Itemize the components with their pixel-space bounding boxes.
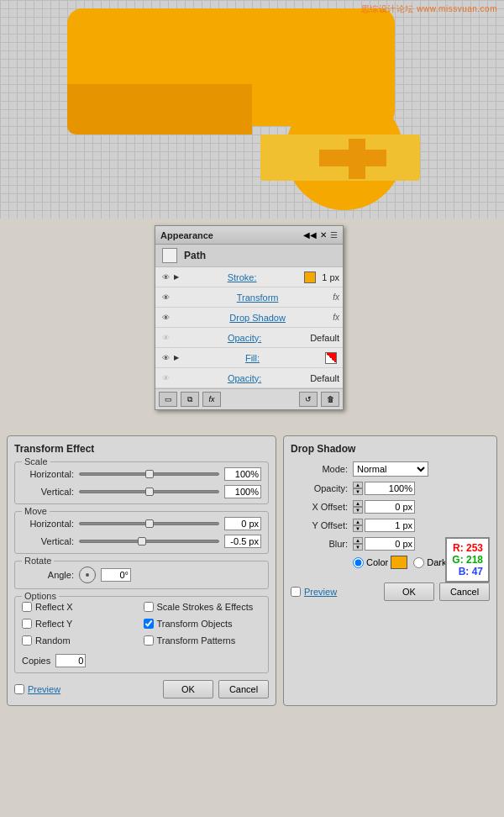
stroke-label: Stroke: bbox=[182, 272, 302, 282]
ds-xoffset-up[interactable]: ▲ bbox=[353, 500, 363, 507]
random-label: Random bbox=[35, 635, 71, 646]
reflect-y-row: Reflect Y bbox=[22, 619, 140, 629]
random-checkbox[interactable] bbox=[22, 635, 32, 646]
scale-section: Scale Horizontal: Vertical: bbox=[14, 461, 269, 504]
ds-opacity-row: Opacity: ▲ ▼ bbox=[291, 482, 490, 495]
ds-blur-label: Blur: bbox=[291, 539, 348, 549]
opacity-stroke-link[interactable]: Opacity: bbox=[228, 333, 261, 343]
scale-h-label: Horizontal: bbox=[22, 469, 74, 479]
scale-h-slider[interactable] bbox=[79, 472, 219, 476]
transform-preview-label: Preview bbox=[28, 684, 60, 694]
scale-h-input[interactable] bbox=[224, 467, 261, 481]
ds-color-radio-label: Color bbox=[353, 557, 388, 568]
angle-circle[interactable] bbox=[79, 567, 96, 583]
stroke-swatch[interactable] bbox=[304, 271, 316, 283]
random-row: Random bbox=[22, 635, 140, 646]
scale-horizontal-row: Horizontal: bbox=[22, 467, 261, 481]
scale-v-input[interactable] bbox=[224, 485, 261, 498]
fx-btn[interactable]: fx bbox=[202, 392, 221, 407]
transform-link[interactable]: Transform bbox=[237, 293, 279, 303]
move-h-input[interactable] bbox=[224, 517, 261, 530]
scale-strokes-checkbox[interactable] bbox=[144, 602, 154, 612]
ds-opacity-up[interactable]: ▲ bbox=[353, 482, 363, 488]
move-v-input[interactable] bbox=[224, 535, 261, 548]
opacity-fill-value: Default bbox=[310, 373, 339, 383]
ds-dark-radio[interactable] bbox=[413, 557, 424, 568]
ds-dark-radio-label: Dark bbox=[413, 557, 446, 568]
fill-row: 👁 ▶ Fill: bbox=[155, 348, 343, 368]
scale-v-slider[interactable] bbox=[79, 490, 219, 493]
opacity-fill-row: 👁 Opacity: Default bbox=[155, 368, 343, 388]
ds-blur-spinner: ▲ ▼ bbox=[353, 537, 415, 551]
ds-cancel-btn[interactable]: Cancel bbox=[439, 582, 490, 601]
transform-preview-checkbox[interactable] bbox=[14, 684, 24, 694]
options-section: Options Reflect X Scale Strokes & Effect… bbox=[14, 596, 269, 673]
fill-swatch[interactable] bbox=[325, 352, 337, 364]
opacity-fill-link[interactable]: Opacity: bbox=[228, 373, 261, 383]
move-v-slider[interactable] bbox=[79, 540, 219, 543]
transform-cancel-btn[interactable]: Cancel bbox=[218, 680, 269, 698]
dropshadow-visibility-icon[interactable]: 👁 bbox=[159, 311, 172, 324]
scale-section-label: Scale bbox=[22, 456, 50, 466]
move-section-label: Move bbox=[22, 506, 50, 516]
ds-opacity-spinner: ▲ ▼ bbox=[353, 482, 415, 495]
copies-label: Copies bbox=[22, 656, 50, 666]
ds-color-swatch[interactable] bbox=[391, 556, 407, 569]
reflect-y-checkbox[interactable] bbox=[22, 619, 32, 629]
panel-collapse-btn[interactable]: ◀◀ bbox=[303, 230, 317, 240]
ds-yoffset-spinner: ▲ ▼ bbox=[353, 519, 415, 532]
duplicate-btn[interactable]: ⧉ bbox=[181, 392, 199, 407]
ds-ok-btn[interactable]: OK bbox=[384, 582, 434, 601]
copies-input[interactable] bbox=[55, 654, 86, 667]
ds-mode-select[interactable]: Normal Multiply Screen bbox=[353, 461, 428, 477]
ds-yoffset-up[interactable]: ▲ bbox=[353, 519, 363, 525]
ds-xoffset-down[interactable]: ▼ bbox=[353, 507, 363, 514]
appearance-titlebar: Appearance ◀◀ ✕ ☰ bbox=[155, 226, 343, 245]
rgb-g-value: G: 218 bbox=[452, 554, 483, 566]
panel-close-btn[interactable]: ✕ bbox=[320, 230, 327, 240]
ds-xoffset-row: X Offset: ▲ ▼ bbox=[291, 500, 490, 514]
ds-preview-checkbox[interactable] bbox=[291, 587, 301, 597]
transform-ok-btn[interactable]: OK bbox=[163, 680, 213, 698]
move-h-slider[interactable] bbox=[79, 522, 219, 525]
transform-row: 👁 Transform fx bbox=[155, 287, 343, 308]
ds-preview-label: Preview bbox=[304, 587, 337, 597]
transform-patterns-checkbox[interactable] bbox=[144, 635, 154, 646]
reflect-x-row: Reflect X bbox=[22, 602, 140, 612]
rotate-section: Rotate Angle: bbox=[14, 561, 269, 589]
panel-menu-icon[interactable]: ☰ bbox=[330, 230, 338, 240]
transform-effect-panel: Transform Effect Scale Horizontal: Verti… bbox=[7, 435, 276, 706]
delete-btn[interactable]: 🗑 bbox=[321, 392, 339, 407]
ds-blur-down[interactable]: ▼ bbox=[353, 544, 363, 551]
fill-visibility-icon[interactable]: 👁 bbox=[159, 351, 172, 365]
reset-btn[interactable]: ↺ bbox=[299, 392, 318, 407]
dropshadow-label: Drop Shadow bbox=[182, 313, 333, 323]
new-layer-btn[interactable]: ▭ bbox=[159, 392, 177, 407]
reflect-x-checkbox[interactable] bbox=[22, 602, 32, 612]
fill-link[interactable]: Fill: bbox=[245, 353, 260, 363]
ds-yoffset-down[interactable]: ▼ bbox=[353, 525, 363, 532]
scale-strokes-label: Scale Strokes & Effects bbox=[157, 602, 254, 612]
bottom-panels: Transform Effect Scale Horizontal: Verti… bbox=[0, 429, 504, 713]
ds-opacity-input[interactable] bbox=[365, 482, 415, 495]
transform-objects-checkbox[interactable] bbox=[144, 619, 154, 629]
dropshadow-link[interactable]: Drop Shadow bbox=[229, 313, 286, 323]
ds-blur-input[interactable] bbox=[365, 537, 415, 551]
stroke-visibility-icon[interactable]: 👁 bbox=[159, 271, 172, 284]
copies-row: Copies bbox=[22, 654, 261, 667]
watermark-text: 思综设计论坛 www.missvuan.com bbox=[361, 3, 497, 15]
ds-yoffset-input[interactable] bbox=[365, 519, 415, 532]
ds-opacity-down[interactable]: ▼ bbox=[353, 488, 363, 495]
ds-blur-up[interactable]: ▲ bbox=[353, 537, 363, 544]
ds-color-radio[interactable] bbox=[353, 557, 364, 568]
angle-input[interactable] bbox=[101, 568, 131, 582]
transform-visibility-icon[interactable]: 👁 bbox=[159, 291, 172, 304]
stroke-link[interactable]: Stroke: bbox=[228, 272, 257, 282]
reflect-y-label: Reflect Y bbox=[35, 619, 72, 629]
rotate-section-label: Rotate bbox=[22, 556, 54, 566]
ds-xoffset-input[interactable] bbox=[365, 500, 415, 514]
rgb-b-value: B: 47 bbox=[452, 566, 483, 577]
dropshadow-row: 👁 Drop Shadow fx bbox=[155, 308, 343, 328]
move-horizontal-row: Horizontal: bbox=[22, 517, 261, 530]
ds-yoffset-row: Y Offset: ▲ ▼ bbox=[291, 519, 490, 532]
